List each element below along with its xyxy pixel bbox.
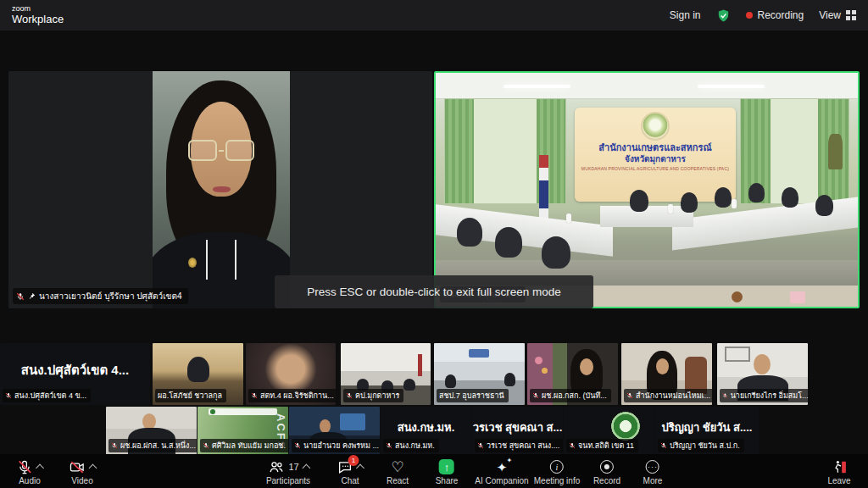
person-silhouette (542, 236, 570, 269)
screen-glow-shape (340, 413, 365, 430)
video-thumbnail[interactable]: สชป.7 อุบลราชธานี (434, 343, 525, 405)
camera-muted-icon (69, 459, 86, 475)
react-label: React (387, 476, 409, 485)
video-thumbnail[interactable]: ผช.ผอ.ฝกส. น.ส.หนึ่ง... (106, 407, 197, 455)
ai-sparkle-icon: ✦✦ (497, 461, 508, 474)
thumb-name-tag: ศศิวิมล ทับแย้ม มกอช. (200, 439, 288, 452)
audio-options-caret[interactable] (36, 464, 44, 473)
video-thumbnail[interactable]: นายเกรียงไกร อิ่มสมโ... (717, 343, 808, 405)
security-shield-icon[interactable] (716, 8, 731, 23)
curtain-shape (445, 99, 474, 202)
mic-muted-icon (5, 392, 12, 399)
header-strip-shape (209, 408, 277, 415)
leave-button[interactable]: Leave (827, 458, 850, 485)
grid-view-icon (846, 10, 856, 20)
participant-name: คป.มุกดาหาร (355, 390, 399, 402)
pink-box-shape (790, 291, 805, 303)
video-thumbnail[interactable]: ปริญญา ชัยวัน ส.... ปริญญา ชัยวัน ส.ป.ก. (655, 407, 759, 455)
video-thumbnail[interactable]: ผอ.โสภัชย์ ชวาลกุล (153, 343, 243, 405)
fullscreen-exit-hint: Press ESC or double-click to exit full s… (275, 275, 593, 308)
person-silhouette (187, 357, 209, 382)
person-silhouette (457, 218, 482, 247)
participant-name: ผช.ผอ.กสก. (บันทึ... (542, 390, 607, 402)
mic-muted-icon (386, 442, 392, 449)
bridge-shape (219, 150, 224, 152)
video-thumbnail[interactable]: ACFS ศศิวิมล ทับแย้ม มกอช. (198, 407, 288, 455)
person-silhouette (681, 192, 698, 213)
chat-label: Chat (341, 476, 359, 485)
video-left-scene (153, 71, 290, 308)
video-thumbnail[interactable]: จนท.สถิติ เขต 11 (564, 407, 654, 455)
video-thumbnail[interactable]: นายอำนวย คงพรหม ... (289, 407, 380, 455)
record-button[interactable]: Record (593, 458, 620, 485)
main-video-tile-left[interactable]: นางสาวเยาวนิตย์ บุรีรักษา ปศุสัตว์เขต4 (8, 71, 432, 308)
view-button[interactable]: View (819, 9, 856, 21)
lips-shape (213, 186, 231, 192)
video-thumbnail[interactable]: สตท.4 ผอ.จิรัชติกาน... (246, 343, 336, 405)
video-options-caret[interactable] (89, 464, 97, 473)
participant-name: สนง.ปศุสัตว์เขต 4 ข... (14, 390, 86, 402)
participants-label: Participants (266, 476, 310, 485)
participants-button[interactable]: 17 Participants (266, 458, 310, 485)
mic-muted-icon (569, 442, 576, 449)
chat-options-caret[interactable] (356, 464, 364, 473)
audio-label: Audio (19, 476, 41, 485)
video-thumbnail[interactable]: สนง.กษ.มห. สนง.กษ.มห. (381, 407, 471, 455)
face-shape (320, 419, 331, 433)
earphone-cord-shape (206, 240, 208, 280)
share-button[interactable]: ↑ Share (436, 458, 459, 485)
participants-icon (267, 459, 284, 475)
ceiling-light-shape (698, 85, 765, 88)
video-thumbnail[interactable]: ผช.ผอ.กสก. (บันทึ... (527, 343, 618, 405)
pin-icon (28, 292, 36, 300)
video-button[interactable]: Video (69, 458, 96, 485)
mic-muted-icon (660, 442, 667, 449)
sign-in-button[interactable]: Sign in (670, 9, 701, 21)
participants-options-caret[interactable] (302, 464, 310, 473)
thumb-name-tag: ผอ.โสภัชย์ ชวาลกุล (155, 389, 226, 402)
fullscreen-exit-message: Press ESC or double-click to exit full s… (307, 286, 560, 298)
audio-button[interactable]: Audio (17, 458, 43, 485)
record-label: Record (593, 476, 620, 485)
view-label: View (819, 9, 841, 21)
display-name-text: สนง.ปศุสัตว์เขต 4... (0, 360, 150, 380)
video-thumbnail[interactable]: สนง.ปศุสัตว์เขต 4... สนง.ปศุสัตว์เขต 4 ข… (0, 343, 150, 405)
meeting-info-button[interactable]: i Meeting info (534, 458, 580, 485)
mic-muted-icon (477, 442, 484, 449)
earphone-cord-shape (235, 240, 236, 280)
ministry-emblem-icon (641, 112, 670, 141)
participant-name: จนท.สถิติ เขต 11 (578, 440, 634, 452)
mic-muted-icon (111, 442, 118, 449)
person-silhouette (715, 187, 732, 208)
chat-badge: 1 (348, 455, 359, 466)
participant-name: ศศิวิมล ทับแย้ม มกอช. (212, 440, 286, 452)
ceiling-shape (436, 73, 858, 98)
more-button[interactable]: ··· More (643, 458, 663, 485)
face-shape (754, 354, 771, 374)
name-tag-left: นางสาวเยาวนิตย์ บุรีรักษา ปศุสัตว์เขต4 (13, 288, 188, 304)
meeting-control-toolbar: Audio Video 17 Participants 1 Chat ♡ Rea… (0, 454, 868, 488)
share-screen-icon: ↑ (439, 459, 454, 474)
ai-companion-button[interactable]: ✦✦ AI Companion (475, 458, 528, 485)
person-silhouette (403, 379, 415, 391)
bottle-shape (732, 199, 737, 208)
flag-shape (418, 354, 422, 376)
react-button[interactable]: ♡ React (387, 458, 409, 485)
thumb-name-tag: ผช.ผอ.กสก. (บันทึ... (530, 389, 611, 402)
video-thumbnail[interactable]: คป.มุกดาหาร (341, 343, 431, 405)
more-dots-icon: ··· (646, 460, 659, 474)
person-silhouette (748, 183, 765, 202)
table-center-shape (600, 206, 693, 227)
thumb-name-tag: สนง.กษ.มห. (383, 439, 439, 452)
mic-muted-icon (532, 392, 539, 399)
video-thumbnail[interactable]: วรเวช สุขคณา ส... วรเวช สุขคณา สนง.... (472, 407, 563, 455)
meeting-info-label: Meeting info (534, 476, 580, 485)
participant-name: นางสาวเยาวนิตย์ บุรีรักษา ปศุสัตว์เขต4 (39, 290, 182, 302)
window-frame-shape (725, 347, 750, 362)
person-silhouette (815, 195, 833, 216)
main-video-tile-right-active[interactable]: สำนักงานเกษตรและสหกรณ์ จังหวัดมุกดาหาร M… (434, 71, 860, 308)
person-silhouette (782, 187, 798, 208)
participant-name: สตท.4 ผอ.จิรัชติกาน... (260, 390, 334, 402)
chat-button[interactable]: 1 Chat (337, 458, 364, 485)
video-thumbnail[interactable]: สำนักงานหม่อนไหมเ... (621, 343, 712, 405)
